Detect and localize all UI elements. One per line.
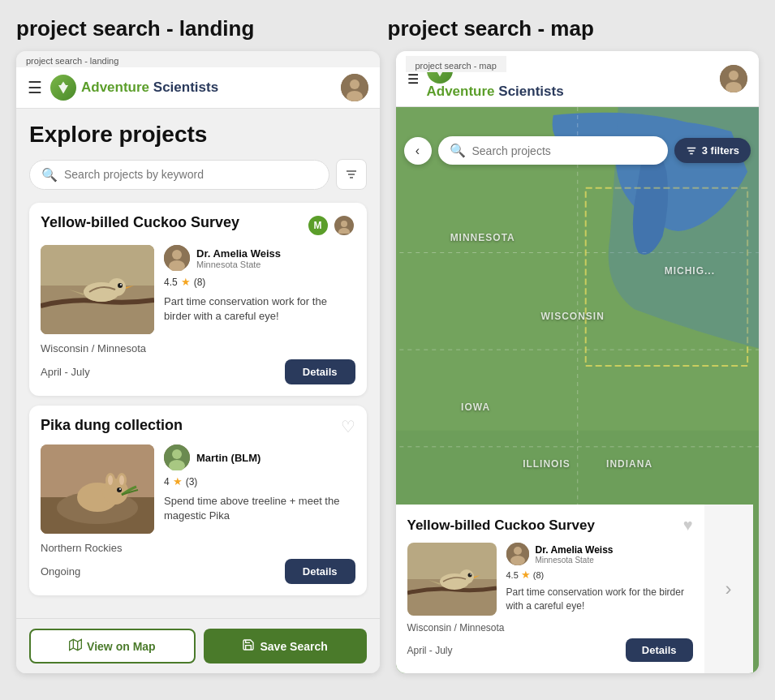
pika-image <box>41 444 154 534</box>
card-1-header: Yellow-billed Cuckoo Survey M <box>41 214 355 237</box>
view-map-label: View on Map <box>87 640 156 653</box>
overlay-card-info: Dr. Amelia Weiss Minnesota State 4.5 ★ (… <box>506 543 693 616</box>
avatar-m: M <box>307 214 329 237</box>
logo-text-dark: Scientists <box>153 79 218 95</box>
bottom-buttons: View on Map Save Search <box>16 618 380 673</box>
overlay-star-icon: ★ <box>521 569 531 581</box>
svg-point-26 <box>108 475 113 485</box>
researcher-1-name: Dr. Amelia Weiss <box>196 247 281 260</box>
right-logo-text: Adventure Scientists <box>427 84 564 100</box>
view-map-button[interactable]: View on Map <box>29 629 196 663</box>
logo-icon <box>50 75 76 101</box>
right-user-avatar[interactable] <box>720 65 747 92</box>
card-1-footer: Wisconsin / Minnesota <box>41 342 355 354</box>
card-1-image <box>41 245 154 334</box>
overlay-rating: 4.5 ★ (8) <box>506 569 693 581</box>
card-2-footer-2: Ongoing Details <box>41 559 355 584</box>
heart-icon-2[interactable]: ♡ <box>341 417 355 436</box>
overlay-heart-icon[interactable]: ♥ <box>683 516 693 535</box>
svg-point-27 <box>119 475 124 485</box>
svg-point-7 <box>341 221 347 227</box>
researcher-1-details: Dr. Amelia Weiss Minnesota State <box>196 247 281 269</box>
svg-point-14 <box>118 283 123 288</box>
svg-point-28 <box>117 487 122 492</box>
search-input[interactable] <box>64 168 317 181</box>
search-bar: 🔍 <box>29 159 367 190</box>
svg-marker-34 <box>70 639 82 650</box>
card-2-body: Martin (BLM) 4 ★ (3) Spend time above tr… <box>41 444 355 534</box>
overlay-region: Wisconsin / Minnesota <box>407 622 505 633</box>
svg-point-38 <box>729 71 738 80</box>
card-2-image <box>41 444 154 534</box>
researcher-1-org: Minnesota State <box>196 260 281 269</box>
overlay-researcher: Dr. Amelia Weiss Minnesota State <box>506 543 693 565</box>
user-avatar[interactable] <box>341 74 368 101</box>
overlay-card-body: Dr. Amelia Weiss Minnesota State 4.5 ★ (… <box>407 543 693 616</box>
card-2-rating: 4 ★ (3) <box>164 475 355 487</box>
card-2-rating-value: 4 <box>164 476 170 487</box>
left-panel: project search - landing ☰ Adventure Sci… <box>16 51 380 673</box>
right-logo-text-light: Adventure <box>427 84 499 99</box>
overlay-next-card[interactable]: › <box>704 505 753 673</box>
overlay-card-header: Yellow-billed Cuckoo Survey ♥ <box>407 516 693 535</box>
map-search-input[interactable] <box>472 144 657 157</box>
card-1-review-count: (8) <box>194 277 206 288</box>
card-1-footer-2: April - July Details <box>41 359 355 384</box>
filter-chip[interactable]: 3 filters <box>674 138 751 163</box>
back-button[interactable]: ‹ <box>404 137 432 165</box>
overlay-card-image <box>407 543 497 616</box>
overlay-researcher-name: Dr. Amelia Weiss <box>536 544 614 556</box>
researcher-2-details: Martin (BLM) <box>196 452 260 464</box>
panels-row: project search - landing ☰ Adventure Sci… <box>16 51 759 673</box>
card-1-details-button[interactable]: Details <box>285 359 355 384</box>
svg-point-52 <box>514 547 522 555</box>
filter-button[interactable] <box>336 159 367 190</box>
card-2-researcher: Martin (BLM) <box>164 444 355 470</box>
avatar-photo <box>333 214 355 237</box>
right-panel: project search - map ☰ Adventure Scienti… <box>396 51 760 673</box>
save-icon <box>242 638 255 654</box>
svg-point-50 <box>470 573 471 575</box>
svg-point-17 <box>172 250 182 260</box>
overlay-period: April - July <box>407 645 453 656</box>
hamburger-icon[interactable]: ☰ <box>28 78 42 97</box>
project-card-1: Yellow-billed Cuckoo Survey M <box>29 203 367 396</box>
left-nav-bar: ☰ Adventure Scientists <box>16 67 380 109</box>
overlay-researcher-avatar <box>506 543 529 565</box>
svg-point-13 <box>108 278 126 296</box>
left-page-title: project search - landing <box>16 16 388 51</box>
overlay-project-card: Yellow-billed Cuckoo Survey ♥ <box>396 505 704 673</box>
card-1-period: April - July <box>41 366 90 378</box>
logo-text-light: Adventure <box>81 79 153 95</box>
save-search-button[interactable]: Save Search <box>204 629 367 663</box>
researcher-1-avatar <box>164 245 190 271</box>
page-titles: project search - landing project search … <box>16 16 759 51</box>
star-icon-1: ★ <box>181 276 191 288</box>
card-2-footer: Northern Rockies <box>41 542 355 554</box>
map-search-wrap[interactable]: 🔍 <box>438 136 668 165</box>
card-2-details-button[interactable]: Details <box>285 559 355 584</box>
card-1-description: Part time conservation work for the bird… <box>164 294 355 324</box>
map-container[interactable]: MINNESOTA WISCONSIN IOWA ILLINOIS INDIAN… <box>396 107 760 673</box>
svg-point-49 <box>467 573 471 578</box>
overlay-footer-2: April - July Details <box>407 638 693 662</box>
card-2-region: Northern Rockies <box>41 542 122 554</box>
right-hamburger-icon[interactable]: ☰ <box>407 71 419 87</box>
bird-image <box>41 245 154 334</box>
star-icon-2: ★ <box>173 475 183 487</box>
svg-point-48 <box>459 569 474 584</box>
search-input-wrap[interactable]: 🔍 <box>29 160 329 190</box>
overlay-details-button[interactable]: Details <box>626 638 693 662</box>
card-2-title: Pika dung collection <box>41 417 341 434</box>
overlay-card-title: Yellow-billed Cuckoo Survey <box>407 517 595 534</box>
svg-point-53 <box>510 556 525 565</box>
researcher-2-avatar <box>164 444 190 470</box>
card-2-review-count: (3) <box>186 476 198 487</box>
project-card-2: Pika dung collection ♡ <box>29 406 367 595</box>
researcher-2-name: Martin (BLM) <box>196 452 260 464</box>
right-logo-text-dark: Scientists <box>498 84 563 99</box>
logo-text: Adventure Scientists <box>81 79 218 96</box>
svg-point-32 <box>172 449 182 459</box>
card-2-header: Pika dung collection ♡ <box>41 417 355 436</box>
svg-point-15 <box>120 284 122 286</box>
